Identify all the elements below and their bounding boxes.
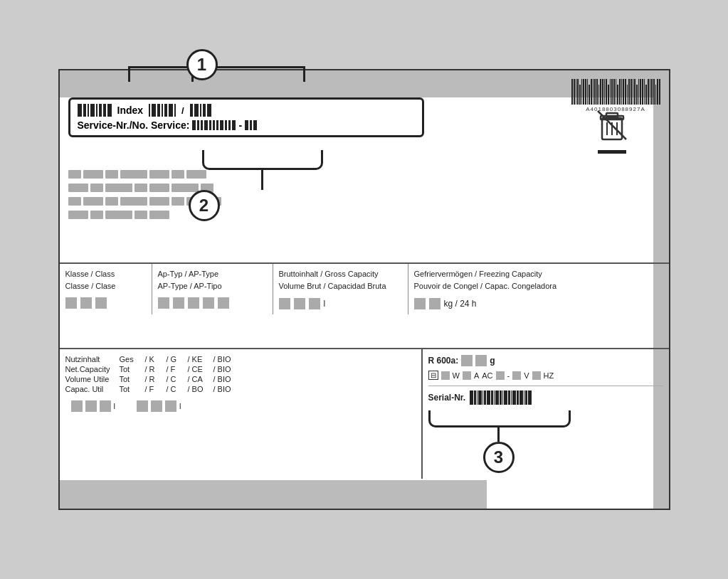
net-row-0: Nutzinhalt Ges / K / G / KE / BIO xyxy=(65,355,416,363)
freezing-column: Gefriervermögen / Freezing CapacityPouvo… xyxy=(408,264,669,314)
freezing-unit: kg / 24 h xyxy=(444,297,477,310)
weee-bar xyxy=(598,150,626,154)
grey-line-4 xyxy=(68,211,282,219)
circle-3: 3 xyxy=(483,442,515,473)
power-ac: AC xyxy=(482,371,492,380)
index-row2: Service-Nr./No. Service: - xyxy=(78,119,415,131)
power-a: A xyxy=(474,371,479,380)
power-v: V xyxy=(524,371,529,380)
net-rows: Nutzinhalt Ges / K / G / KE / BIO Net.Ca… xyxy=(65,355,416,393)
grey-line-1 xyxy=(68,170,282,179)
vol-row: l l xyxy=(65,400,416,412)
serial-barcode xyxy=(470,391,532,405)
serial-row: Serial-Nr. xyxy=(428,391,663,405)
bracket-3-shape xyxy=(428,410,571,427)
freezing-value: kg / 24 h xyxy=(414,297,663,310)
grey-lines-area xyxy=(68,170,282,224)
power-w: W xyxy=(453,371,460,380)
circle-1: 1 xyxy=(186,49,218,80)
circle-2: 2 xyxy=(189,190,220,221)
bracket-1-right xyxy=(303,66,305,82)
r600a-row: R 600a: g xyxy=(428,355,663,366)
service-label: Service-Nr./No. Service: xyxy=(78,119,190,131)
power-hz: HZ xyxy=(544,371,554,380)
bracket-1-left xyxy=(128,66,130,82)
top-bar-inner xyxy=(60,70,480,97)
net-table: Nutzinhalt Ges / K / G / KE / BIO Net.Ca… xyxy=(60,348,669,479)
barcode-right xyxy=(149,104,176,117)
grey-line-3 xyxy=(68,197,282,206)
bracket-3-container: 3 xyxy=(428,410,663,473)
serial-label: Serial-Nr. xyxy=(428,393,466,403)
vol-val-1: l xyxy=(71,400,115,412)
gross-header: Bruttoinhalt / Gross CapacityVolume Brut… xyxy=(279,268,402,292)
r600a-unit: g xyxy=(490,356,495,366)
net-row-1: Net.Capacity Tot / R / F / CE / BIO xyxy=(65,365,416,373)
index-box: Index / Service-Nr./No. Service: - xyxy=(68,97,424,137)
net-right: R 600a: g ⊟ W A AC - V HZ xyxy=(423,349,669,479)
bracket-3-stem xyxy=(497,427,500,442)
grey-line-2 xyxy=(68,184,282,192)
barcode-top-right: A4018803088927A xyxy=(571,79,660,112)
bottom-bar xyxy=(60,480,487,509)
class-value xyxy=(65,297,146,309)
net-left: Nutzinhalt Ges / K / G / KE / BIO Net.Ca… xyxy=(60,349,423,479)
freezing-header: Gefriervermögen / Freezing CapacityPouvo… xyxy=(414,268,663,292)
plug-icon: ⊟ xyxy=(428,371,438,380)
weee-symbol xyxy=(594,110,630,154)
index-label: Index xyxy=(117,105,144,116)
gross-column: Bruttoinhalt / Gross CapacityVolume Brut… xyxy=(273,264,408,314)
barcode-image xyxy=(571,79,660,105)
aptype-header: Ap-Typ / AP-TypeAP-Type / AP-Tipo xyxy=(158,268,267,292)
appliance-label: A4018803088927A 1 xyxy=(58,69,670,510)
barcode-right2 xyxy=(190,104,211,117)
gross-value: l xyxy=(279,297,402,310)
aptype-value xyxy=(158,297,267,309)
service-barcode2 xyxy=(245,120,257,130)
volume-unit: l xyxy=(324,297,326,310)
vol-val-2: l xyxy=(137,400,181,412)
serial-section: Serial-Nr. 3 xyxy=(428,386,663,473)
service-barcode xyxy=(192,120,236,130)
aptype-column: Ap-Typ / AP-TypeAP-Type / AP-Tipo xyxy=(152,264,273,314)
net-row-2: Volume Utile Tot / R / C / CA / BIO xyxy=(65,375,416,383)
class-header: Klasse / ClassClasse / Clase xyxy=(65,268,146,292)
net-row-3: Capac. Util Tot / F / C / BO / BIO xyxy=(65,385,416,393)
class-column: Klasse / ClassClasse / Clase xyxy=(60,264,152,314)
index-row1: Index / xyxy=(78,104,415,117)
r600a-label: R 600a: xyxy=(428,356,459,366)
bracket-2-shape xyxy=(202,150,323,170)
power-row: ⊟ W A AC - V HZ xyxy=(428,371,663,380)
info-table: Klasse / ClassClasse / Clase Ap-Typ / AP… xyxy=(60,262,669,314)
barcode-left xyxy=(78,104,112,117)
